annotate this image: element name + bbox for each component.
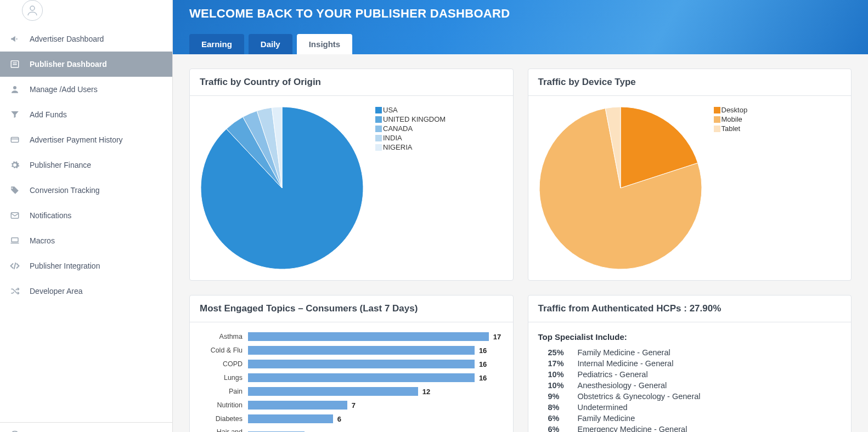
avatar[interactable] — [22, 0, 43, 21]
hcp-name: Obstetrics & Gynecology - General — [578, 392, 701, 401]
tab-insights[interactable]: Insights — [297, 34, 353, 54]
sidebar-item-add-funds[interactable]: Add Funds — [0, 102, 172, 127]
hcp-row: 9%Obstetrics & Gynecology - General — [538, 391, 842, 402]
sidebar-item-publisher-dashboard[interactable]: Publisher Dashboard — [0, 52, 172, 77]
sidebar-item-label: Publisher Integration — [30, 262, 100, 270]
sidebar-item-label: Manage /Add Users — [30, 85, 98, 94]
hcp-row: 8%Undetermined — [538, 402, 842, 413]
hcp-name: Internal Medicine - General — [578, 359, 674, 368]
card-traffic-country: Traffic by Country of Origin USAUNITED K… — [189, 69, 514, 281]
legend-swatch — [375, 107, 382, 113]
card-icon — [10, 135, 20, 145]
bar-track: 16 — [248, 360, 503, 368]
newspaper-icon — [10, 59, 20, 69]
tag-icon — [10, 185, 20, 195]
bar-fill — [248, 387, 418, 396]
legend-item: UNITED KINGDOM — [375, 115, 446, 123]
sidebar-item-label: Notifications — [30, 211, 71, 220]
legend-item: Tablet — [714, 124, 748, 133]
hcp-list: 25%Family Medicine - General17%Internal … — [538, 347, 842, 432]
nav-main: Advertiser DashboardPublisher DashboardM… — [0, 26, 172, 422]
legend-swatch — [714, 116, 720, 123]
bar-track: 7 — [248, 401, 503, 410]
bar-label: COPD — [200, 360, 248, 368]
sidebar-item-label: Conversion Tracking — [30, 186, 100, 195]
bar-value: 12 — [422, 388, 430, 396]
legend-country: USAUNITED KINGDOMCANADAINDIANIGERIA — [375, 106, 446, 152]
hcp-name: Undetermined — [578, 403, 628, 412]
legend-label: Desktop — [722, 106, 748, 114]
sidebar-item-macros[interactable]: Macros — [0, 228, 172, 253]
bar-value: 6 — [337, 415, 341, 423]
pie-chart-device — [538, 106, 703, 270]
sidebar-item-label: Publisher Dashboard — [30, 60, 107, 69]
legend-swatch — [375, 144, 382, 151]
sidebar-item-conversion-tracking[interactable]: Conversion Tracking — [0, 178, 172, 203]
bar-value: 16 — [479, 374, 487, 382]
nav-footer: HelpLogout — [0, 422, 172, 432]
hcp-name: Family Medicine — [578, 414, 635, 423]
hcp-name: Pediatrics - General — [578, 370, 648, 379]
legend-label: Tablet — [722, 124, 741, 133]
sidebar-item-publisher-finance[interactable]: Publisher Finance — [0, 152, 172, 178]
bar-row: COPD16 — [200, 360, 503, 368]
sidebar-item-notifications[interactable]: Notifications — [0, 203, 172, 228]
legend-label: Mobile — [722, 115, 742, 123]
hcp-row: 25%Family Medicine - General — [538, 347, 842, 358]
card-title: Traffic by Country of Origin — [190, 69, 513, 96]
card-hcp: Traffic from Authenticated HCPs : 27.90%… — [528, 295, 852, 432]
sidebar-item-developer-area[interactable]: Developer Area — [0, 278, 172, 304]
bar-fill — [248, 332, 489, 341]
pie-chart-country — [200, 106, 364, 270]
svg-point-4 — [13, 86, 16, 89]
bar-label: Diabetes — [200, 415, 248, 423]
hcp-pct: 17% — [548, 359, 570, 368]
bar-value: 7 — [352, 401, 356, 410]
page-title: WELCOME BACK TO YOUR PUBLISHER DASHBOARD — [189, 0, 852, 34]
legend-swatch — [714, 126, 720, 132]
legend-item: Desktop — [714, 106, 748, 114]
legend-label: USA — [383, 106, 398, 114]
hcp-name: Anesthesiology - General — [578, 381, 667, 390]
sidebar-item-publisher-integration[interactable]: Publisher Integration — [0, 253, 172, 278]
hcp-row: 10%Anesthesiology - General — [538, 380, 842, 391]
shuffle-icon — [10, 286, 20, 296]
laptop-icon — [10, 236, 20, 246]
hcp-subtitle: Top Specialist Include: — [538, 332, 842, 342]
tab-daily[interactable]: Daily — [249, 34, 292, 54]
bar-label: Asthma — [200, 333, 248, 340]
bar-row: Asthma17 — [200, 332, 503, 341]
sidebar-item-help[interactable]: Help — [0, 423, 172, 432]
sidebar-item-label: Macros — [30, 236, 55, 245]
tab-earning[interactable]: Earning — [189, 34, 244, 54]
bar-row: Cold & Flu16 — [200, 346, 503, 355]
svg-point-0 — [30, 6, 35, 10]
sidebar-item-label: Publisher Finance — [30, 161, 91, 169]
legend-swatch — [375, 126, 382, 132]
legend-item: NIGERIA — [375, 143, 446, 151]
bar-label: Nutrition — [200, 401, 248, 409]
bar-track: 16 — [248, 373, 503, 382]
legend-label: CANADA — [383, 124, 413, 133]
hcp-row: 6%Emergency Medicine - General — [538, 424, 842, 432]
legend-label: UNITED KINGDOM — [383, 115, 446, 123]
sidebar-item-advertiser-dashboard[interactable]: Advertiser Dashboard — [0, 26, 172, 52]
sidebar-item-advertiser-payment-history[interactable]: Advertiser Payment History — [0, 127, 172, 152]
sidebar: Advertiser DashboardPublisher DashboardM… — [0, 0, 173, 432]
legend-item: USA — [375, 106, 446, 114]
svg-rect-8 — [12, 238, 18, 242]
bar-row: Nutrition7 — [200, 401, 503, 410]
bar-track: 17 — [248, 332, 503, 341]
bar-value: 16 — [479, 360, 487, 368]
hcp-pct: 25% — [548, 348, 570, 357]
user-icon — [10, 84, 20, 94]
sidebar-item-label: Advertiser Payment History — [30, 135, 123, 144]
bar-fill — [248, 373, 475, 382]
tabs: EarningDailyInsights — [189, 34, 852, 54]
code-icon — [10, 261, 20, 271]
bar-label: Pain — [200, 388, 248, 395]
bar-fill — [248, 346, 475, 355]
hcp-row: 6%Family Medicine — [538, 413, 842, 424]
sidebar-item-manage-add-users[interactable]: Manage /Add Users — [0, 77, 172, 102]
bar-fill — [248, 360, 475, 368]
